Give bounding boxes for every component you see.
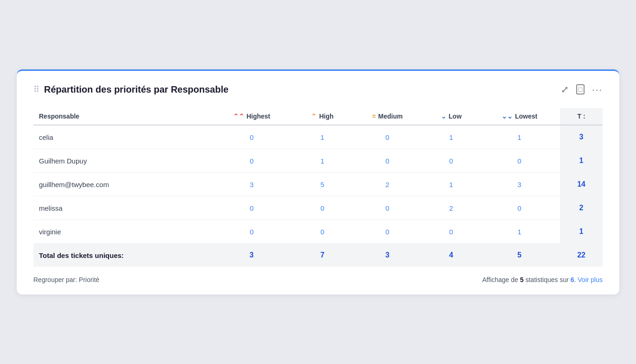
cell-total: 1 [560, 149, 603, 173]
more-options-icon[interactable]: ··· [592, 84, 603, 95]
header-right: ⤢ □ ··· [561, 84, 603, 95]
cell-highest: 0 [210, 220, 294, 244]
cell-medium: 0 [351, 149, 424, 173]
cell-medium: 0 [351, 196, 424, 220]
footer-stats: Affichage de 5 statistiques sur 6. Voir … [482, 276, 603, 283]
col-header-responsable: Responsable [33, 108, 210, 125]
cell-name: melissa [33, 196, 210, 220]
lowest-icon: ⌄⌄ [502, 113, 513, 120]
card-title: Répartition des priorités par Responsabl… [44, 84, 229, 95]
cell-highest: 0 [210, 125, 294, 149]
cell-low: 1 [424, 173, 479, 196]
totals-total: 22 [560, 244, 603, 267]
cell-medium: 2 [351, 173, 424, 196]
cell-high: 5 [293, 173, 351, 196]
cell-name: guillhem@twybee.com [33, 173, 210, 196]
cell-name: virginie [33, 220, 210, 244]
cell-lowest: 1 [479, 220, 560, 244]
col-header-lowest: ⌄⌄ Lowest [479, 108, 560, 125]
cell-name: celia [33, 125, 210, 149]
widget-card: ⠿ Répartition des priorités par Responsa… [17, 69, 619, 295]
totals-low: 4 [424, 244, 479, 267]
cell-low: 2 [424, 196, 479, 220]
totals-high: 7 [293, 244, 351, 267]
cell-low: 0 [424, 220, 479, 244]
card-footer: Regrouper par: Priorité Affichage de 5 s… [33, 276, 603, 283]
cell-high: 0 [293, 196, 351, 220]
cell-lowest: 1 [479, 125, 560, 149]
table-header-row: Responsable ⌃⌃ Highest ⌃ High = [33, 108, 603, 125]
col-header-highest: ⌃⌃ Highest [210, 108, 294, 125]
totals-medium: 3 [351, 244, 424, 267]
card-header: ⠿ Répartition des priorités par Responsa… [33, 84, 603, 95]
shrink-icon[interactable]: ⤢ [561, 84, 569, 95]
cell-highest: 0 [210, 196, 294, 220]
col-header-medium: = Medium [351, 108, 424, 125]
header-left: ⠿ Répartition des priorités par Responsa… [33, 84, 229, 95]
cell-medium: 0 [351, 220, 424, 244]
cell-lowest: 0 [479, 196, 560, 220]
priority-table: Responsable ⌃⌃ Highest ⌃ High = [33, 108, 603, 267]
stats-count: 5 [520, 276, 524, 283]
table-row: celia 0 1 0 1 1 3 [33, 125, 603, 149]
col-header-low: ⌄ Low [424, 108, 479, 125]
cell-medium: 0 [351, 125, 424, 149]
cell-total: 3 [560, 125, 603, 149]
medium-icon: = [372, 113, 376, 120]
cell-total: 14 [560, 173, 603, 196]
drag-icon[interactable]: ⠿ [33, 84, 38, 94]
totals-lowest: 5 [479, 244, 560, 267]
cell-high: 1 [293, 149, 351, 173]
table-row: guillhem@twybee.com 3 5 2 1 3 14 [33, 173, 603, 196]
voir-plus-link[interactable]: Voir plus [578, 276, 603, 283]
cell-high: 1 [293, 125, 351, 149]
table-row: virginie 0 0 0 0 1 1 [33, 220, 603, 244]
totals-row: Total des tickets uniques: 3 7 3 4 5 22 [33, 244, 603, 267]
cell-low: 0 [424, 149, 479, 173]
group-by-label: Regrouper par: Priorité [33, 276, 99, 283]
cell-high: 0 [293, 220, 351, 244]
col-header-total: T : [560, 108, 603, 125]
expand-icon[interactable]: □ [576, 84, 585, 94]
cell-name: Guilhem Dupuy [33, 149, 210, 173]
totals-highest: 3 [210, 244, 294, 267]
totals-label: Total des tickets uniques: [33, 244, 210, 267]
cell-low: 1 [424, 125, 479, 149]
total-stats-count: 6 [571, 276, 574, 283]
cell-total: 1 [560, 220, 603, 244]
table-row: melissa 0 0 0 2 0 2 [33, 196, 603, 220]
table-row: Guilhem Dupuy 0 1 0 0 0 1 [33, 149, 603, 173]
cell-total: 2 [560, 196, 603, 220]
cell-highest: 3 [210, 173, 294, 196]
highest-icon: ⌃⌃ [233, 113, 244, 120]
low-icon: ⌄ [441, 113, 446, 120]
col-header-high: ⌃ High [293, 108, 351, 125]
cell-lowest: 0 [479, 149, 560, 173]
cell-lowest: 3 [479, 173, 560, 196]
high-icon: ⌃ [311, 113, 317, 120]
cell-highest: 0 [210, 149, 294, 173]
